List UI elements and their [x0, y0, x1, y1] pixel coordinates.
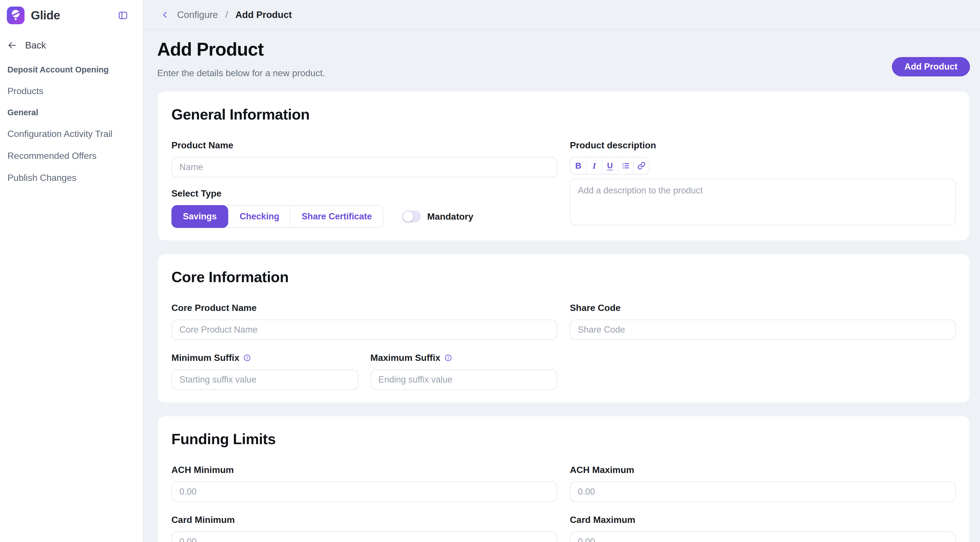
funding-limits-card: Funding Limits ACH Minimum ACH Maximum C…: [157, 416, 970, 542]
general-information-heading: General Information: [172, 106, 956, 123]
nav-section-deposit-account-opening: Deposit Account Opening: [7, 65, 136, 75]
minimum-suffix-field: Minimum Suffix: [172, 352, 358, 390]
product-description-label: Product description: [570, 140, 956, 151]
sidebar: Glide Back Deposit Account Opening Produ…: [0, 0, 143, 542]
maximum-suffix-input[interactable]: [371, 370, 558, 390]
minimum-suffix-input[interactable]: [172, 370, 358, 390]
share-code-field: Share Code: [570, 303, 956, 340]
mandatory-label: Mandatory: [427, 211, 474, 222]
share-code-input[interactable]: [570, 319, 956, 340]
core-information-heading: Core Information: [172, 268, 956, 285]
product-name-input[interactable]: [172, 157, 557, 177]
minimum-suffix-label: Minimum Suffix: [172, 352, 239, 363]
ach-maximum-field: ACH Maximum: [570, 465, 956, 502]
core-information-card: Core Information Core Product Name Share…: [157, 253, 970, 403]
toggle-knob: [403, 211, 413, 222]
underline-icon[interactable]: U: [602, 158, 617, 174]
brand-row: Glide: [7, 6, 136, 24]
bold-icon[interactable]: B: [570, 158, 586, 174]
link-icon[interactable]: [633, 158, 649, 174]
core-product-name-input[interactable]: [172, 319, 557, 340]
maximum-suffix-info-icon[interactable]: [444, 354, 452, 362]
breadcrumb-bar: Configure / Add Product: [143, 0, 980, 30]
sidebar-item-publish-changes[interactable]: Publish Changes: [7, 172, 136, 183]
card-minimum-input[interactable]: [172, 531, 557, 542]
description-format-toolbar: B I U: [570, 157, 649, 175]
sidebar-item-recommended-offers[interactable]: Recommended Offers: [7, 151, 136, 161]
product-name-label: Product Name: [172, 140, 557, 151]
sidebar-item-configuration-activity-trail[interactable]: Configuration Activity Trail: [7, 129, 136, 139]
maximum-suffix-field: Maximum Suffix: [371, 352, 558, 390]
add-product-button[interactable]: Add Product: [892, 57, 970, 77]
type-segment-checking[interactable]: Checking: [228, 206, 290, 227]
maximum-suffix-label: Maximum Suffix: [371, 352, 441, 363]
brand-name: Glide: [31, 8, 60, 22]
select-type-label: Select Type: [172, 188, 557, 199]
page-title: Add Product: [157, 39, 325, 60]
ach-maximum-input[interactable]: [570, 481, 956, 502]
bullet-list-icon[interactable]: [617, 158, 633, 174]
select-type-field: Select Type Savings Checking Share Certi…: [172, 188, 557, 228]
nav-section-general: General: [7, 108, 136, 117]
card-minimum-label: Card Minimum: [172, 515, 557, 525]
sidebar-nav: Deposit Account Opening Products General…: [7, 65, 136, 183]
minimum-suffix-info-icon[interactable]: [243, 354, 251, 362]
funding-limits-heading: Funding Limits: [172, 430, 956, 448]
share-code-label: Share Code: [570, 303, 956, 313]
card-maximum-label: Card Maximum: [570, 515, 956, 525]
back-button[interactable]: Back: [7, 40, 136, 51]
ach-minimum-input[interactable]: [172, 481, 557, 502]
ach-minimum-field: ACH Minimum: [172, 465, 557, 502]
ach-maximum-label: ACH Maximum: [570, 465, 956, 475]
page-subtitle: Enter the details below for a new produc…: [157, 68, 325, 78]
breadcrumb-current: Add Product: [235, 10, 292, 20]
type-segment-share-certificate[interactable]: Share Certificate: [290, 206, 382, 227]
back-arrow-icon: [7, 41, 16, 50]
type-segment-savings[interactable]: Savings: [172, 205, 228, 228]
sidebar-item-products[interactable]: Products: [7, 86, 136, 96]
card-maximum-field: Card Maximum: [570, 515, 956, 542]
general-information-card: General Information Product Name Select …: [157, 91, 970, 241]
product-type-segmented-control: Savings Checking Share Certificate: [172, 205, 383, 228]
page-content: Add Product Enter the details below for …: [143, 30, 980, 542]
main-area: Configure / Add Product Add Product Ente…: [143, 0, 980, 542]
product-name-field: Product Name: [172, 140, 557, 177]
page-header: Add Product Enter the details below for …: [157, 39, 970, 78]
card-maximum-input[interactable]: [570, 531, 956, 542]
breadcrumb-back-chevron-icon[interactable]: [161, 10, 170, 19]
ach-minimum-label: ACH Minimum: [172, 465, 557, 475]
card-minimum-field: Card Minimum: [172, 515, 557, 542]
glide-balloon-logo-icon: [7, 6, 24, 24]
core-product-name-label: Core Product Name: [172, 303, 557, 313]
mandatory-toggle[interactable]: [402, 210, 421, 223]
core-product-name-field: Core Product Name: [172, 303, 557, 340]
back-label: Back: [25, 40, 46, 51]
product-description-input[interactable]: [570, 179, 956, 225]
sidebar-collapse-icon[interactable]: [118, 10, 128, 21]
breadcrumb-parent[interactable]: Configure: [177, 10, 218, 20]
italic-icon[interactable]: I: [586, 158, 602, 174]
breadcrumb-separator: /: [225, 10, 228, 20]
